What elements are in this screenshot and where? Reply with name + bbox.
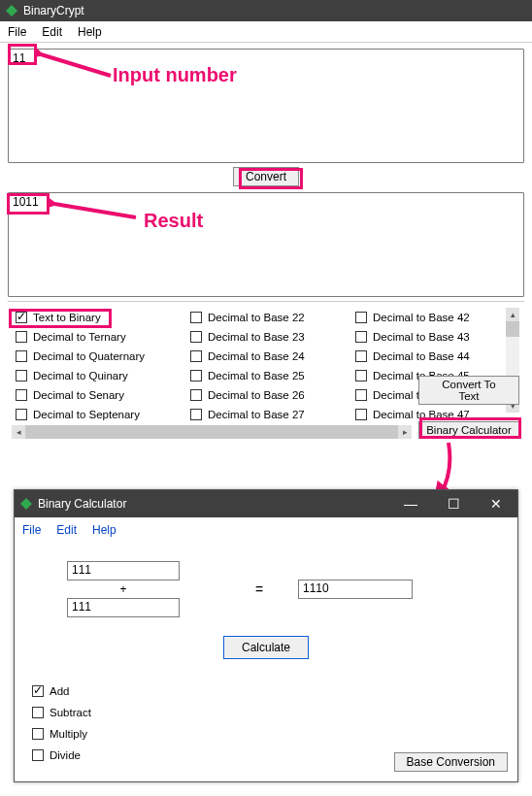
operation-option[interactable]: Subtract <box>26 702 506 723</box>
scroll-up-icon[interactable]: ▴ <box>506 308 519 321</box>
option-label: Decimal to Quaternary <box>33 350 145 362</box>
operation-label: Divide <box>50 749 81 761</box>
option-label: Decimal to Base 25 <box>208 370 305 381</box>
calculate-button[interactable]: Calculate <box>223 636 309 659</box>
window1-title: BinaryCrypt <box>23 4 84 17</box>
option-label: Decimal to Septenary <box>33 409 140 420</box>
checkbox-icon[interactable] <box>190 409 202 420</box>
operation-label: Subtract <box>50 707 91 718</box>
option-checkbox[interactable]: Decimal to Senary <box>10 385 184 405</box>
option-label: Decimal to Base 43 <box>373 331 470 343</box>
checkbox-icon[interactable] <box>355 409 367 420</box>
option-checkbox[interactable]: Decimal to Base 24 <box>184 347 349 366</box>
binary-calculator-button[interactable]: Binary Calculator <box>418 421 519 439</box>
operand-b-input[interactable]: 111 <box>67 598 180 617</box>
option-checkbox[interactable]: Decimal to Base 25 <box>184 366 349 385</box>
checkbox-icon[interactable] <box>16 331 27 343</box>
operation-option[interactable]: Multiply <box>26 723 506 745</box>
option-checkbox[interactable]: Decimal to Ternary <box>10 327 184 347</box>
option-checkbox[interactable]: Decimal to Base 43 <box>349 327 516 347</box>
checkbox-icon[interactable] <box>16 350 27 362</box>
minimize-button[interactable]: — <box>389 490 432 517</box>
checkbox-icon[interactable] <box>190 331 202 343</box>
checkbox-icon[interactable] <box>16 312 27 323</box>
checkbox-icon[interactable] <box>190 350 202 362</box>
window1-titlebar[interactable]: BinaryCrypt <box>0 0 532 21</box>
checkbox-icon[interactable] <box>16 389 27 401</box>
menu-file[interactable]: File <box>8 25 26 39</box>
option-checkbox[interactable]: Decimal to Base 23 <box>184 327 349 347</box>
menu-help[interactable]: Help <box>78 25 102 39</box>
option-checkbox[interactable]: Decimal to Base 26 <box>184 385 349 405</box>
option-label: Decimal to Base 23 <box>208 331 305 343</box>
checkbox-icon[interactable] <box>190 312 202 323</box>
checkbox-icon[interactable] <box>32 728 44 740</box>
binarycrypt-window: BinaryCrypt File Edit Help 11 Convert 10… <box>0 0 532 443</box>
operation-label: Add <box>50 685 69 697</box>
checkbox-icon[interactable] <box>355 370 367 381</box>
option-checkbox[interactable]: Decimal to Base 22 <box>184 308 349 327</box>
option-checkbox[interactable]: Decimal to Base 44 <box>349 347 516 366</box>
input-textarea[interactable]: 11 <box>8 49 524 163</box>
menu2-edit[interactable]: Edit <box>56 523 77 537</box>
option-label: Decimal to Base 27 <box>208 409 305 420</box>
option-checkbox[interactable]: Decimal to Quinary <box>10 366 184 385</box>
maximize-button[interactable]: ☐ <box>432 490 475 517</box>
app-icon <box>20 498 32 510</box>
menu2-file[interactable]: File <box>22 523 41 537</box>
checkbox-icon[interactable] <box>32 685 44 697</box>
option-label: Decimal to Ternary <box>33 331 126 343</box>
window2-menubar: File Edit Help <box>15 517 517 543</box>
equals-label: = <box>220 581 298 597</box>
base-conversion-button[interactable]: Base Conversion <box>394 752 508 772</box>
scroll-right-icon[interactable]: ▸ <box>398 425 412 439</box>
option-checkbox[interactable]: Decimal to Septenary <box>10 405 184 424</box>
options-col1: Text to BinaryDecimal to TernaryDecimal … <box>10 308 184 424</box>
checkbox-icon[interactable] <box>355 312 367 323</box>
options-col2: Decimal to Base 22Decimal to Base 23Deci… <box>184 308 349 424</box>
operand-a-input[interactable]: 111 <box>67 561 180 580</box>
svg-marker-3 <box>20 498 32 510</box>
close-button[interactable]: ✕ <box>475 490 517 517</box>
option-label: Decimal to Base 22 <box>208 312 305 323</box>
checkbox-icon[interactable] <box>16 370 27 381</box>
checkbox-icon[interactable] <box>16 409 27 420</box>
option-label: Decimal to Base 24 <box>208 350 305 362</box>
option-label: Decimal to Senary <box>33 389 124 401</box>
checkbox-icon[interactable] <box>32 749 44 761</box>
scroll-thumb[interactable] <box>506 321 519 337</box>
option-label: Decimal to Base 26 <box>208 389 305 401</box>
operation-label: Multiply <box>50 728 87 740</box>
app-icon <box>6 5 17 17</box>
window2-title: Binary Calculator <box>38 497 126 511</box>
checkbox-icon[interactable] <box>32 707 44 718</box>
option-label: Text to Binary <box>33 312 101 323</box>
svg-marker-0 <box>6 5 17 17</box>
checkbox-icon[interactable] <box>355 350 367 362</box>
checkbox-icon[interactable] <box>355 389 367 401</box>
checkbox-icon[interactable] <box>355 331 367 343</box>
window2-titlebar[interactable]: Binary Calculator — ☐ ✕ <box>15 490 517 517</box>
menu2-help[interactable]: Help <box>92 523 116 537</box>
result-value: 1011 <box>13 195 39 209</box>
option-checkbox[interactable]: Decimal to Base 42 <box>349 308 516 327</box>
binary-calculator-window: Binary Calculator — ☐ ✕ File Edit Help 1… <box>14 489 518 782</box>
calc-result-field[interactable]: 1110 <box>298 580 413 599</box>
hscroll-thumb[interactable] <box>25 425 398 439</box>
menu-edit[interactable]: Edit <box>42 25 62 39</box>
option-label: Decimal to Base 42 <box>373 312 470 323</box>
option-checkbox[interactable]: Decimal to Quaternary <box>10 347 184 366</box>
scroll-left-icon[interactable]: ◂ <box>12 425 25 439</box>
operation-option[interactable]: Add <box>26 680 506 702</box>
options-hscrollbar[interactable]: ◂ ▸ <box>12 425 412 439</box>
options-col3: Decimal to Base 42Decimal to Base 43Deci… <box>349 308 516 424</box>
checkbox-icon[interactable] <box>190 389 202 401</box>
option-label: Decimal to Quinary <box>33 370 128 381</box>
convert-to-text-button[interactable]: Convert To Text <box>418 376 519 405</box>
convert-button[interactable]: Convert <box>233 167 299 186</box>
checkbox-icon[interactable] <box>190 370 202 381</box>
result-textarea[interactable]: 1011 <box>8 192 524 297</box>
window1-menubar: File Edit Help <box>0 21 532 43</box>
option-checkbox[interactable]: Text to Binary <box>10 308 184 327</box>
option-checkbox[interactable]: Decimal to Base 27 <box>184 405 349 424</box>
